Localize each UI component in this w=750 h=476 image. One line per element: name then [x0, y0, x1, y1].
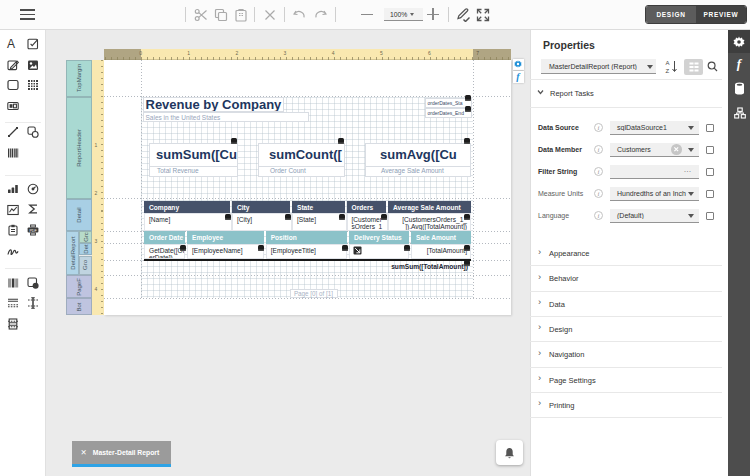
svg-text:A: A [666, 60, 670, 66]
svg-text:PDF: PDF [29, 229, 37, 233]
svg-text:Z: Z [666, 68, 670, 74]
